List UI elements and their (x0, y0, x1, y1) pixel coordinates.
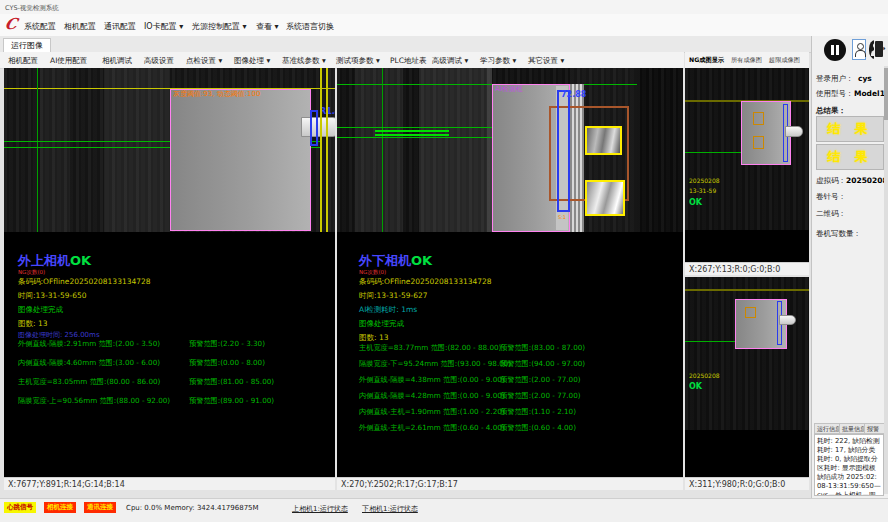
tab-all-images[interactable]: 所有成像图 (731, 56, 762, 65)
comm-link-status-badge: 通讯连接 (84, 502, 116, 513)
log-tab-alarm[interactable]: 报警信息 (864, 423, 886, 434)
tool-test-item-params[interactable]: 测试项参数 ▾ (336, 56, 380, 66)
side-scrollbar-track[interactable] (884, 66, 888, 494)
green-highlight-line (375, 130, 449, 132)
window-titlebar: CYS-视觉检测系统 (0, 0, 888, 15)
menu-item-comm-config[interactable]: 通讯配置 (104, 21, 136, 32)
tool-camera-config[interactable]: 相机配置 (8, 56, 38, 66)
tool-advanced-debug[interactable]: 高级调试 ▾ (432, 56, 468, 66)
feature-orange-box (753, 112, 764, 125)
model-value: Model1 (854, 89, 885, 98)
processing-done-text: 图像处理完成 (359, 320, 404, 328)
frame-count: 图数: 13 (18, 320, 47, 328)
threshold-overlay-text: 灰度阈值:93, 动态阈值:100 (173, 91, 260, 98)
menu-item-light-config[interactable]: 光源控制配置 ▾ (192, 21, 247, 32)
tool-camera-debug[interactable]: 相机调试 (102, 56, 132, 66)
tool-baseline-params[interactable]: 基准线参数 ▾ (282, 56, 326, 66)
ng-thumb-panel-bottom: 20250208 OK X:311;Y:980;R:0;G:0;B:0 (685, 277, 809, 490)
thumb-result-ok: OK (689, 199, 702, 207)
result-ok-badge: OK (70, 253, 91, 268)
upper-camera-state-link[interactable]: 上相机1:运行状态 (292, 504, 348, 514)
capture-time: 时间:13-31-59-650 (18, 292, 87, 300)
green-reference-line (685, 341, 735, 342)
tab-ng-images[interactable]: NG成图显示 (689, 56, 724, 65)
green-reference-vline (382, 68, 383, 232)
thumb-barcode-text: 20250208 (689, 373, 720, 379)
tool-ai-use-config[interactable]: AI使用配置 (50, 56, 87, 66)
user-switch-button[interactable] (852, 39, 866, 60)
tool-other-settings[interactable]: 其它设置 ▾ (528, 56, 564, 66)
result-box-1: 结 果 (816, 116, 884, 142)
thumb-barcode-text: 20250208 (689, 178, 720, 184)
ng-panel-tabs: NG成图显示 所有成像图 超限成像图 (685, 52, 809, 69)
camera-image-outer-upper[interactable]: 灰度阈值:93, 动态阈值:100 R1.46 (4, 68, 335, 232)
logout-button[interactable]: → (874, 39, 888, 60)
warning-range: 预警范围:(89.00 - 91.00) (189, 397, 274, 404)
qr-code-label: 二维码： (816, 209, 846, 219)
cpu-memory-readout: Cpu: 0.0% Memory: 3424.41796875M (126, 504, 259, 512)
tab-connector (785, 126, 803, 137)
exit-arrow-icon: → (879, 47, 888, 51)
thumb-time-text: 13-31-59 (689, 188, 716, 194)
measure-value-overlay: 72.88 (561, 91, 586, 99)
processing-done-text: 图像处理完成 (18, 306, 63, 314)
ng-thumb-panel-top: 20250208 13-31-59 OK X:267;Y:13;R:0;G:0;… (685, 68, 809, 275)
marker-overlay: S:1 (558, 215, 566, 220)
measurement-value: 主机宽度=83.05mm 范围:(80.00 - 86.00) (18, 378, 160, 385)
ng-thumb-image-top[interactable]: 20250208 13-31-59 OK (685, 68, 809, 230)
camera-panel-outer-upper: 灰度阈值:93, 动态阈值:100 R1.46 外上相机OK NG次数(0) 条… (4, 68, 335, 490)
tool-learning-params[interactable]: 学习参数 ▾ (480, 56, 516, 66)
capture-time: 时间:13-31-59-627 (359, 292, 428, 300)
menu-item-system-config[interactable]: 系统配置 (24, 21, 56, 32)
ng-count-note: NG次数(0) (18, 270, 45, 276)
tool-spot-check[interactable]: 点检设置 ▾ (186, 56, 222, 66)
tool-advanced-settings[interactable]: 高级设置 (144, 56, 174, 66)
application-window: CYS-视觉检测系统 C 系统配置 相机配置 通讯配置 IO卡配置 ▾ 光源控制… (0, 0, 888, 522)
virtual-code-value: 20250208 (846, 176, 888, 185)
lower-camera-state-link[interactable]: 下相机1:运行状态 (362, 504, 418, 514)
tab-connector (301, 117, 335, 137)
thumb-result-ok: OK (689, 383, 702, 391)
warning-range: 预警范围:(2.20 - 3.30) (189, 340, 265, 347)
camera-image-outer-lower[interactable]: AI检测框 72.88 S:1 (337, 68, 683, 232)
measurement-value: 内侧直线-隔膜=4.28mm 范围:(0.00 - 9.00) (359, 392, 505, 399)
pause-button[interactable] (824, 39, 846, 61)
menu-item-language-switch[interactable]: 系统语言切换 (286, 21, 334, 32)
measurement-value: 外侧直线-主机=2.61mm 范围:(0.60 - 4.00) (359, 424, 505, 431)
total-result-label: 总结果： (816, 106, 846, 116)
warning-range: 预警范围:(0.00 - 8.00) (189, 359, 265, 366)
login-user-label: 登录用户： (816, 74, 854, 84)
camera-title: 外上相机OK (18, 254, 91, 267)
camera-link-status-badge: 相机连接 (44, 502, 76, 513)
warning-range: 预警范围:(2.00 - 77.00) (500, 376, 581, 383)
pause-icon (831, 45, 834, 55)
log-output: 耗时: 222, 缺陷检测耗时: 17, 缺陷分类耗时: 0, 缺陷提取分区耗时… (814, 434, 884, 496)
olive-reference-line (685, 289, 809, 291)
tool-plc-address[interactable]: PLC地址表 (390, 56, 426, 66)
ng-thumb-image-bottom[interactable]: 20250208 OK (685, 277, 809, 430)
cell-region-outline (170, 89, 311, 231)
tab-run-image[interactable]: 运行图像 (3, 38, 51, 52)
pixel-coords-readout: X:270;Y:2502;R:17;G:17;B:17 (337, 477, 683, 490)
ai-box-label: AI检测框 (495, 86, 523, 93)
side-scrollbar-thumb[interactable] (884, 68, 888, 120)
pixel-coords-readout: X:267;Y:13;R:0;G:0;B:0 (685, 262, 809, 275)
menu-item-camera-config[interactable]: 相机配置 (64, 21, 96, 32)
green-reference-vline (37, 68, 38, 232)
warning-range: 预警范围:(0.60 - 4.00) (500, 424, 576, 431)
tool-image-processing[interactable]: 图像处理 ▾ (234, 56, 270, 66)
measurement-value: 隔膜宽度-下=95.24mm 范围:(93.00 - 98.00) (359, 360, 511, 367)
measurement-value: 外侧直线-隔膜=4.38mm 范围:(0.00 - 9.00) (359, 376, 505, 383)
pixel-coords-readout: X:7677;Y:891;R:14;G:14;B:14 (4, 477, 335, 490)
menu-item-view[interactable]: 查看 ▾ (256, 21, 279, 32)
tab-overlimit-images[interactable]: 超限成像图 (769, 56, 800, 65)
needle-no-label: 卷针号： (816, 192, 846, 202)
app-logo-icon: C (3, 15, 19, 33)
warning-range: 预警范围:(81.00 - 85.00) (189, 378, 274, 385)
result-box-2: 结 果 (816, 144, 884, 170)
ai-time-text: AI检测耗时: 1ms (359, 306, 417, 314)
feature-orange-box (753, 136, 764, 149)
green-reference-line (685, 152, 741, 153)
measurement-value: 内侧直线-主机=1.90mm 范围:(1.00 - 2.20) (359, 408, 505, 415)
menu-item-io-config[interactable]: IO卡配置 ▾ (144, 21, 183, 32)
